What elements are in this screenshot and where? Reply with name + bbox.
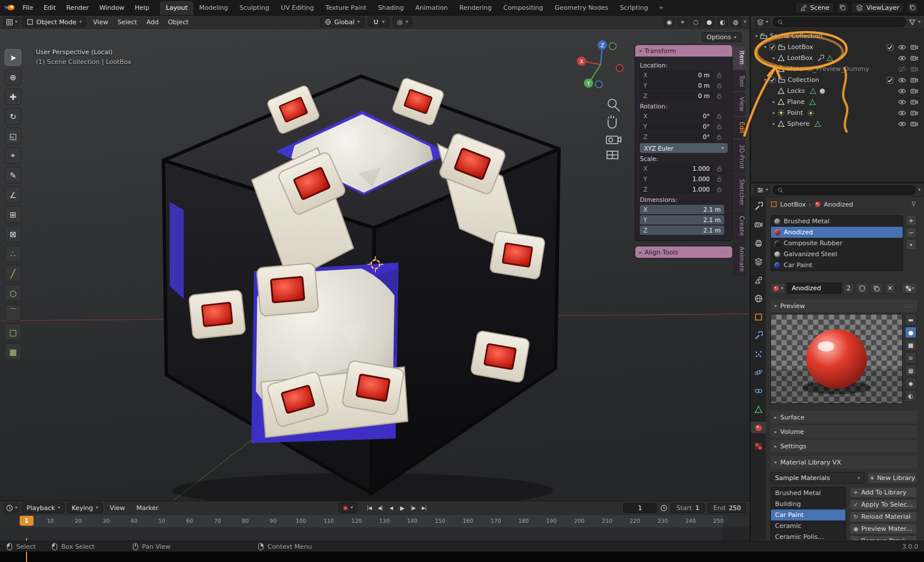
options-button[interactable]: Options ▾ (702, 32, 742, 42)
properties-tab-scene[interactable] (751, 274, 766, 286)
jump-start-button[interactable]: |◀ (364, 503, 374, 513)
dimensions-x-field[interactable]: X2.1 m (640, 205, 724, 214)
workspace-tab-rendering[interactable]: Rendering (453, 1, 497, 15)
filter-icon[interactable] (908, 18, 916, 26)
dimensions-y-field[interactable]: Y2.1 m (640, 215, 724, 224)
cam-toggle-icon[interactable] (910, 87, 918, 95)
properties-tab-texture[interactable] (751, 440, 766, 452)
proportional-editing-toggle[interactable]: ◎ ▾ (393, 17, 413, 27)
library-button-add-to-library[interactable]: +Add To Library (850, 487, 917, 498)
location-y-field[interactable]: Y0 m (640, 81, 713, 90)
rotation-mode-dropdown[interactable]: XYZ Euler▾ (640, 143, 728, 153)
perspective-toggle-icon[interactable] (607, 151, 618, 159)
expand-icon[interactable]: ▸ (770, 66, 777, 72)
tool-sketch-grid[interactable]: ▦ (5, 343, 21, 360)
dimensions-z-field[interactable]: Z2.1 m (640, 226, 724, 235)
properties-tab-tool[interactable] (751, 200, 766, 212)
library-item-car-paint[interactable]: Car Paint (771, 509, 845, 520)
outliner-row-lootbox[interactable]: ▾LootBox (751, 42, 924, 53)
tool-annotate[interactable]: ✎ (5, 167, 21, 183)
workspace-tab-texture-paint[interactable]: Texture Paint (320, 1, 372, 15)
expand-icon[interactable]: ▸ (770, 55, 777, 61)
library-item-brushed-metal[interactable]: Brushed Metal (771, 488, 845, 499)
orientation-dropdown[interactable]: Global ▾ (320, 17, 364, 27)
viewport-menu-view[interactable]: View (88, 18, 113, 26)
library-item-ceramic[interactable]: Ceramic (771, 520, 845, 531)
tool-rotate[interactable]: ↻ (5, 108, 21, 125)
tool-sketch-line[interactable]: ╱ (5, 265, 21, 282)
npanel-tab-edit[interactable]: Edit (733, 117, 746, 138)
expand-icon[interactable]: ▾ (762, 44, 769, 50)
slot-specials-menu[interactable]: ▾ (906, 239, 916, 250)
properties-tab-view-layer[interactable] (751, 256, 766, 267)
expand-icon[interactable]: ▾ (762, 77, 769, 83)
library-button-remove-previ[interactable]: ✕Remove Previ... (850, 535, 917, 540)
npanel-tab-tool[interactable]: Tool (733, 70, 746, 91)
tool-move[interactable]: ✚ (5, 88, 21, 105)
tool-transform[interactable]: ⌖ (5, 147, 21, 164)
new-viewlayer-button[interactable] (907, 2, 918, 13)
playhead[interactable]: 1 (20, 516, 33, 526)
remove-slot-button[interactable]: − (906, 227, 916, 238)
pan-hand-icon[interactable] (608, 115, 616, 128)
cam-toggle-icon[interactable] (910, 98, 918, 106)
workspace-tab-uv-editing[interactable]: UV Editing (275, 1, 319, 15)
outliner-row-scene-collection[interactable]: ▾Scene Collection (751, 31, 924, 42)
eye-toggle-icon[interactable] (898, 120, 906, 128)
new-library-button[interactable]: + New Library (867, 472, 917, 484)
scale-x-field[interactable]: X1.000 (640, 164, 713, 173)
properties-tab-world[interactable] (751, 293, 766, 304)
eye-toggle-icon[interactable] (898, 98, 906, 106)
keying-menu[interactable]: Keying▾ (67, 503, 103, 513)
lock-icon[interactable] (716, 72, 722, 78)
preview-flat-button[interactable]: ▬ (905, 314, 916, 325)
properties-search[interactable] (773, 185, 916, 195)
gizmo-x[interactable]: X (580, 59, 583, 65)
cam-toggle-icon[interactable] (910, 76, 918, 84)
shading-material-icon[interactable]: ◐ (717, 17, 728, 27)
show-gizmos-icon[interactable]: ⌖ (677, 17, 688, 27)
eye-toggle-icon[interactable] (898, 87, 906, 95)
outliner-search[interactable] (773, 17, 906, 27)
material-slot-composite-rubber[interactable]: Composite Rubber (771, 238, 903, 249)
collection-checkbox[interactable] (769, 76, 776, 84)
editor-type-button[interactable]: ▾ (754, 17, 770, 27)
location-z-field[interactable]: Z0 m (640, 91, 713, 100)
settings-section-header[interactable]: ▸ Settings (770, 440, 917, 452)
properties-tab-object[interactable] (751, 311, 766, 323)
lock-icon[interactable] (716, 186, 722, 193)
lock-icon[interactable] (716, 134, 722, 140)
outliner-row-sphere[interactable]: ▸Sphere (751, 118, 924, 129)
drag-handle-icon[interactable]: ∷∷ (904, 303, 913, 309)
use-nodes-button[interactable]: ▾ (902, 283, 917, 294)
menu-window[interactable]: Window (94, 4, 129, 12)
zoom-icon[interactable] (608, 99, 620, 111)
npanel-tab-animate[interactable]: Animate (733, 242, 746, 276)
jump-end-button[interactable]: ▶| (419, 503, 429, 513)
shading-rendered-icon[interactable]: ◍ (730, 17, 742, 27)
workspace-tab-shading[interactable]: Shading (372, 1, 410, 15)
menu-render[interactable]: Render (61, 4, 94, 12)
timeline-view-menu[interactable]: View (105, 504, 129, 512)
timeline-tracks[interactable] (0, 527, 750, 541)
material-slot-galvanized-steel[interactable]: Galvanized Steel (771, 249, 903, 260)
properties-tab-output[interactable] (751, 237, 766, 249)
cam-toggle-icon[interactable] (910, 54, 918, 62)
preview-section-header[interactable]: ▾ Preview ∷∷ (770, 299, 917, 312)
menu-edit[interactable]: Edit (38, 4, 61, 12)
current-frame-field[interactable]: 1 (623, 503, 657, 513)
tool-extrude[interactable]: ⊠ (5, 226, 21, 242)
material-slot-car-paint[interactable]: Car Paint (771, 260, 903, 271)
material-library-section-header[interactable]: ▾ Material Library VX (770, 456, 917, 469)
viewport-menu-select[interactable]: Select (113, 18, 141, 26)
properties-tab-particles[interactable] (751, 348, 766, 359)
tool-sketch-rect[interactable]: □ (5, 324, 21, 340)
workspace-tab-compositing[interactable]: Compositing (498, 1, 549, 15)
npanel-tab-create[interactable]: Create (733, 211, 746, 241)
timeline-ruler[interactable]: 1 11020304050607080901001101201301401501… (0, 515, 750, 527)
breadcrumb-material[interactable]: Anodized (824, 201, 854, 208)
check-toggle-icon[interactable] (886, 76, 894, 84)
play-reverse-button[interactable]: ◀ (386, 503, 396, 513)
tool-sketch-points[interactable]: ∴ (5, 245, 21, 262)
lock-icon[interactable] (716, 176, 722, 182)
